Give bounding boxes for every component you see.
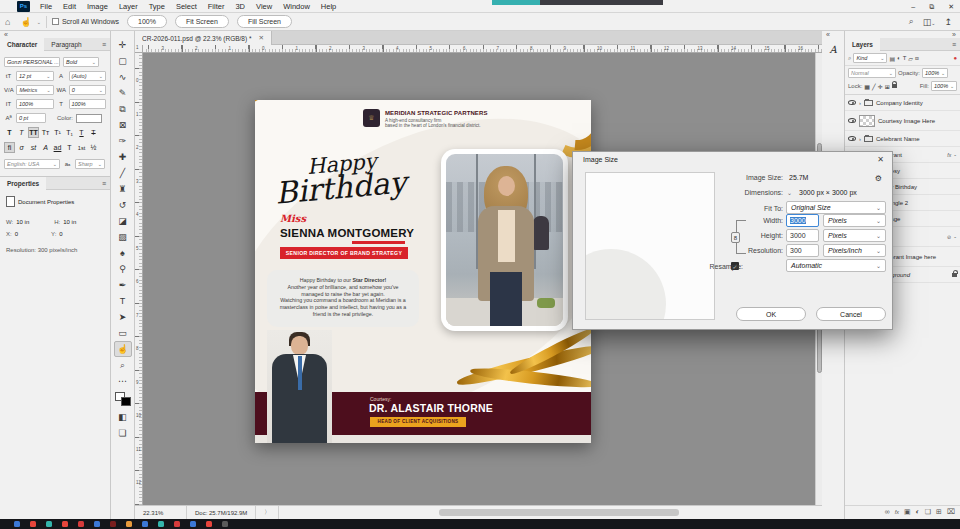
smart-filter-icon[interactable]: ⊘ (947, 234, 951, 240)
layer-name[interactable]: Company Identity (876, 100, 923, 106)
search-icon[interactable]: ⌕ (909, 16, 914, 27)
collapse-right-panels-icon[interactable]: » (952, 31, 956, 38)
menu-item-file[interactable]: File (40, 2, 52, 11)
opacity-select[interactable]: 100%⌄ (922, 68, 948, 78)
layer-name[interactable]: Courtesy Image Here (878, 118, 935, 124)
menu-item-filter[interactable]: Filter (208, 2, 225, 11)
windows-taskbar[interactable] (0, 519, 960, 529)
menu-item-select[interactable]: Select (176, 2, 197, 11)
horizontal-scale-input[interactable]: 100% (69, 99, 107, 109)
opentype-button-4[interactable]: ad (52, 142, 63, 153)
layer-mask-icon[interactable]: ▣ (904, 508, 911, 516)
fx-chevron-icon[interactable]: ⌄ (953, 152, 957, 157)
lock-position-icon[interactable]: ✛ (878, 83, 883, 90)
taskbar-app-icon[interactable] (174, 521, 180, 527)
link-layers-icon[interactable]: ∞ (885, 508, 890, 515)
rectangle-tool[interactable]: ▭ (114, 325, 132, 341)
y-value[interactable]: 0 (59, 231, 62, 237)
expand-group-icon[interactable]: › (859, 100, 861, 106)
horizontal-scrollbar-thumb[interactable] (439, 509, 679, 516)
color-swatches[interactable] (115, 392, 131, 406)
vertical-scale-input[interactable]: 100% (16, 99, 54, 109)
type-style-button-5[interactable]: T₁ (64, 127, 75, 138)
eraser-tool[interactable]: ◪ (114, 213, 132, 229)
fill-screen-button[interactable]: Fill Screen (237, 15, 292, 28)
path-selection-tool[interactable]: ➤ (114, 309, 132, 325)
healing-brush-tool[interactable]: ✚ (114, 149, 132, 165)
lock-pixels-icon[interactable]: ╱ (872, 83, 876, 90)
menu-item-window[interactable]: Window (283, 2, 310, 11)
fit-to-select[interactable]: Original Size⌄ (786, 201, 886, 214)
filter-toggle-icon[interactable]: ● (953, 55, 957, 61)
chevron-icon[interactable]: ⌄ (953, 234, 957, 239)
type-style-button-3[interactable]: Tᴛ (40, 127, 51, 138)
new-layer-icon[interactable]: ⊞ (936, 508, 942, 516)
layer-row-company-identity[interactable]: ›Company Identity (845, 95, 960, 111)
taskbar-app-icon[interactable] (126, 521, 132, 527)
history-brush-tool[interactable]: ↺ (114, 197, 132, 213)
dialog-close-icon[interactable]: ✕ (877, 155, 884, 164)
panel-menu-icon[interactable]: ≡ (102, 41, 106, 48)
dimensions-chevron-icon[interactable]: ⌄ (787, 189, 792, 196)
adjustment-layer-icon[interactable]: ◐ (916, 508, 920, 515)
fill-select[interactable]: 100%⌄ (931, 81, 957, 91)
height-input[interactable]: 3000 (786, 229, 819, 242)
frame-tool[interactable]: ⊠ (114, 117, 132, 133)
layer-name[interactable]: Celebrant Name (876, 136, 920, 142)
scroll-all-windows-checkbox[interactable]: Scroll All Windows (52, 18, 119, 25)
type-style-button-2[interactable]: TT (28, 127, 39, 138)
layer-row-celebrant-name[interactable]: ›Celebrant Name (845, 131, 960, 147)
gear-icon[interactable]: ⚙ (875, 174, 882, 183)
text-color-swatch[interactable] (76, 114, 102, 123)
taskbar-app-icon[interactable] (62, 521, 68, 527)
crop-tool[interactable]: ⧉ (114, 101, 132, 117)
height-value[interactable]: 10 in (63, 219, 76, 225)
type-style-button-6[interactable]: T (76, 127, 87, 138)
lasso-tool[interactable]: ∿ (114, 69, 132, 85)
type-style-button-0[interactable]: T (4, 127, 15, 138)
filter-shape-icon[interactable]: ▱ (908, 55, 913, 62)
opentype-button-0[interactable]: fi (4, 142, 15, 153)
font-weight-select[interactable]: Bold⌄ (63, 57, 99, 67)
edit-toolbar[interactable]: ⋯ (114, 373, 132, 389)
marquee-tool[interactable]: ▢ (114, 53, 132, 69)
font-family-select[interactable]: Gonzi PERSONAL ...⌄ (4, 57, 60, 67)
menu-item-image[interactable]: Image (87, 2, 108, 11)
properties-menu-icon[interactable]: ≡ (102, 180, 106, 187)
tab-paragraph[interactable]: Paragraph (44, 38, 88, 51)
menu-item-layer[interactable]: Layer (119, 2, 138, 11)
height-unit-select[interactable]: Pixels⌄ (823, 229, 886, 242)
width-input[interactable]: 3000 (786, 214, 819, 227)
layer-row-courtesy-image-here[interactable]: Courtesy Image Here (845, 111, 960, 131)
zoom-level-field[interactable]: 22.31% (135, 506, 187, 519)
taskbar-app-icon[interactable] (30, 521, 36, 527)
eyedropper-tool[interactable]: ✑ (114, 133, 132, 149)
font-size-select[interactable]: 12 pt⌄ (16, 71, 54, 81)
lock-transparency-icon[interactable]: ▦ (864, 83, 870, 90)
opentype-button-1[interactable]: σ (16, 142, 27, 153)
filter-kind-select[interactable]: Kind⌄ (853, 53, 887, 63)
fx-icon[interactable]: fx (947, 152, 951, 158)
width-unit-select[interactable]: Pixels⌄ (823, 214, 886, 227)
background-color-swatch[interactable] (121, 397, 131, 406)
ok-button[interactable]: OK (736, 307, 806, 321)
glyphs-panel-icon[interactable]: A (829, 44, 836, 55)
x-value[interactable]: 0 (15, 231, 18, 237)
antialias-select[interactable]: Sharp⌄ (75, 159, 105, 169)
filter-adjustment-icon[interactable]: ◐ (897, 55, 901, 61)
document-tab[interactable]: CR-2026-011.psd @ 22.3% (RGB/8) * ✕ (135, 31, 272, 45)
filter-pixel-icon[interactable]: ▤ (889, 55, 895, 62)
gradient-tool[interactable]: ▨ (114, 229, 132, 245)
width-value[interactable]: 10 in (16, 219, 29, 225)
layer-thumbnail[interactable] (859, 115, 875, 127)
tracking-select[interactable]: 0⌄ (69, 85, 106, 95)
layers-menu-icon[interactable]: ≡ (952, 41, 956, 48)
quick-selection-tool[interactable]: ✎ (114, 85, 132, 101)
baseline-shift-input[interactable]: 0 pt (16, 113, 46, 123)
close-button[interactable]: ✕ (948, 3, 954, 11)
minimize-button[interactable]: – (911, 3, 915, 10)
cancel-button[interactable]: Cancel (816, 307, 886, 321)
menu-item-help[interactable]: Help (321, 2, 336, 11)
horizontal-scrollbar[interactable] (279, 506, 822, 519)
move-tool[interactable]: ✛ (114, 37, 132, 53)
